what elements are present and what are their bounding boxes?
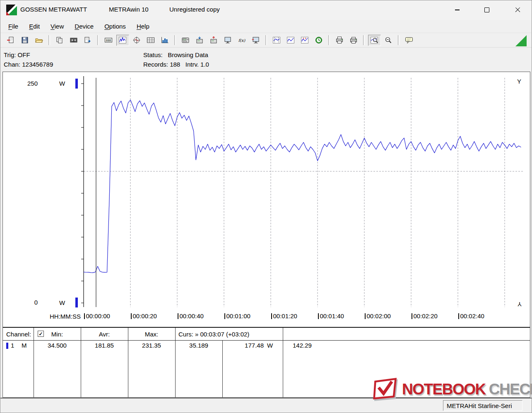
- interval-timer-button[interactable]: [313, 35, 325, 46]
- open-folder-button[interactable]: [33, 35, 46, 46]
- minimize-button[interactable]: [448, 0, 466, 19]
- scope-view-icon: [132, 36, 141, 44]
- y-range-marker-top: [75, 79, 78, 89]
- menu-device[interactable]: Device: [69, 21, 99, 31]
- online-monitor-button[interactable]: [221, 35, 234, 46]
- comm-indicator-icon: [515, 35, 527, 46]
- cursor-2-marker-bottom[interactable]: Y: [518, 301, 522, 308]
- tick-mark: [131, 313, 132, 319]
- envelope-curve-icon: [286, 36, 295, 44]
- envelope-curve-button[interactable]: [284, 35, 297, 46]
- snapshot-icon: [70, 36, 78, 44]
- numeric-display-view-button[interactable]: 888: [102, 35, 115, 46]
- histogram-view-button[interactable]: [159, 35, 171, 46]
- svg-text:f(x): f(x): [238, 38, 246, 43]
- table-header-divider: [3, 340, 530, 341]
- trend-chart[interactable]: YY: [3, 72, 530, 326]
- scope-view-button[interactable]: [130, 35, 143, 46]
- menu-options[interactable]: Options: [99, 21, 131, 31]
- menu-help[interactable]: Help: [131, 21, 155, 31]
- toolbar-separator: [97, 35, 99, 45]
- toolbar-separator: [174, 35, 176, 45]
- app-logo-icon: [6, 5, 17, 15]
- zoom-mode-icon: [370, 36, 378, 44]
- maximize-button[interactable]: [478, 0, 496, 19]
- copy-view-button[interactable]: [53, 35, 66, 46]
- tick-mark: [178, 313, 178, 319]
- event-markers-button[interactable]: [298, 35, 311, 46]
- tick-mark: [458, 313, 459, 319]
- print-preview-icon: [335, 36, 344, 44]
- toolbar-buttons: 888f(x): [0, 33, 532, 47]
- chart-panel: YY 250 W 0 W HH:MM:SS 00:00:0000:00:2000…: [2, 72, 530, 398]
- zoom-mode-button[interactable]: [368, 35, 381, 46]
- tick-mark: [84, 313, 85, 319]
- table-view-icon: [147, 36, 155, 44]
- col-header-avr: Avr:: [81, 331, 128, 338]
- time-axis-labels: 00:00:0000:00:2000:00:4000:01:0000:01:20…: [3, 311, 530, 322]
- menu-file[interactable]: File: [3, 21, 24, 31]
- print-preview-button[interactable]: [333, 35, 346, 46]
- event-markers-icon: [301, 36, 309, 44]
- cell-max: 231.35: [128, 342, 175, 349]
- channel-list: Chan: 123456789: [4, 61, 53, 68]
- formula-channel-button[interactable]: f(x): [236, 35, 248, 46]
- cell-min: 34.500: [34, 342, 81, 349]
- tick-mark: [365, 313, 366, 319]
- cell-unit: W: [267, 342, 273, 349]
- table-view-button[interactable]: [144, 35, 157, 46]
- col-header-channel: Channel:: [6, 331, 31, 338]
- titlebar: GOSSEN METRAWATT METRAwin 10 Unregistere…: [0, 0, 532, 20]
- toolbar-separator: [398, 35, 400, 45]
- annotations-button[interactable]: [403, 35, 416, 46]
- zoom-out-button[interactable]: [382, 35, 395, 46]
- trend-chart-view-icon: [118, 36, 127, 44]
- export-data-button[interactable]: [82, 35, 94, 46]
- cursor-2-marker-top[interactable]: Y: [517, 78, 521, 85]
- snapshot-button[interactable]: [67, 35, 80, 46]
- annotations-icon: [405, 36, 413, 44]
- program-device-icon: [209, 36, 218, 44]
- power-trace: [84, 100, 521, 273]
- save-file-button[interactable]: [19, 35, 31, 46]
- cell-cursor1: 35.189: [175, 342, 222, 349]
- save-file-icon: [21, 36, 29, 44]
- table-column-divider: [34, 328, 34, 397]
- formula-channel-icon: f(x): [238, 36, 246, 44]
- read-device-memory-button[interactable]: [193, 35, 206, 46]
- print-icon: [349, 36, 358, 44]
- tick-mark: [224, 313, 225, 319]
- cell-delta: 142.29: [293, 342, 312, 349]
- metrawin-window: GOSSEN METRAWATT METRAwin 10 Unregistere…: [0, 0, 532, 413]
- time-tick-label: 00:00:40: [178, 312, 204, 319]
- time-tick-label: 00:02:20: [412, 312, 438, 319]
- time-tick-label: 00:01:00: [224, 312, 250, 319]
- watermark-text-gray: CHECK: [489, 381, 532, 398]
- status-panel: Trig: OFF Chan: 123456789 Status: Browsi…: [0, 48, 532, 72]
- notebookcheck-logo-icon: [372, 377, 399, 402]
- records-info: Records: 188 Intrv. 1.0: [143, 61, 209, 68]
- toolbar-separator: [363, 35, 365, 45]
- program-device-button[interactable]: [207, 35, 220, 46]
- menu-view[interactable]: View: [45, 21, 69, 31]
- menu-edit[interactable]: Edit: [24, 21, 45, 31]
- close-button[interactable]: [508, 0, 527, 19]
- device-settings-button[interactable]: [179, 35, 192, 46]
- table-column-divider: [128, 328, 128, 397]
- col-header-min: Min:: [34, 331, 81, 338]
- tick-mark: [318, 313, 319, 319]
- export-data-icon: [84, 36, 92, 44]
- toolbar: 888f(x): [0, 33, 532, 48]
- maximize-icon: [484, 7, 489, 12]
- print-button[interactable]: [347, 35, 360, 46]
- histogram-view-icon: [161, 36, 169, 44]
- cursor-tool-button[interactable]: [270, 35, 283, 46]
- titlebar-app-name: METRAwin 10: [109, 6, 149, 13]
- cursor-tool-icon: [272, 36, 281, 44]
- open-file-button[interactable]: [5, 35, 17, 46]
- titlebar-license: Unregistered copy: [169, 6, 220, 13]
- numeric-display-view-icon: 888: [104, 36, 113, 44]
- trend-chart-view-button[interactable]: [116, 35, 129, 46]
- pc-transfer-button[interactable]: [250, 35, 262, 46]
- table-column-divider: [222, 341, 223, 397]
